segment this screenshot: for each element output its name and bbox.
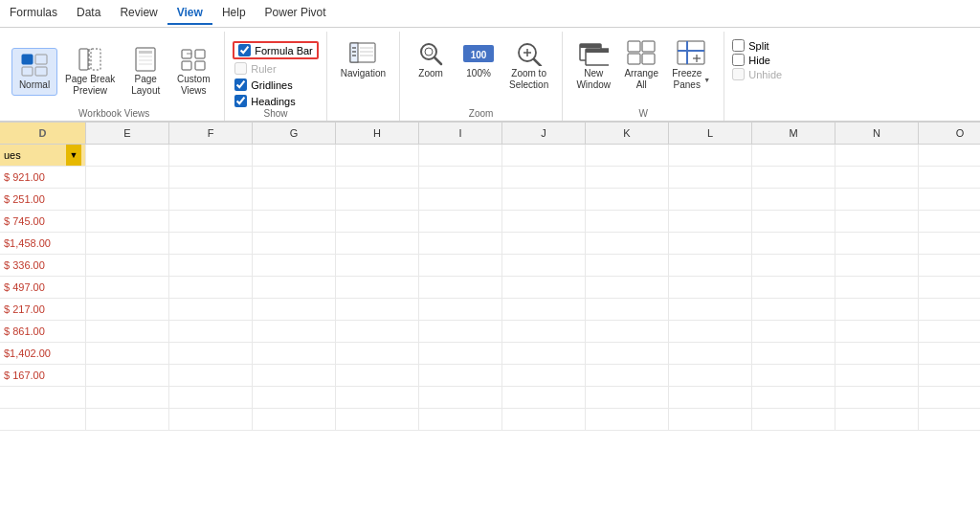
- list-item[interactable]: [336, 167, 419, 188]
- menu-data[interactable]: Data: [67, 2, 110, 25]
- list-item[interactable]: [336, 211, 419, 232]
- list-item[interactable]: [502, 343, 586, 364]
- list-item[interactable]: [919, 211, 980, 232]
- zoom-button[interactable]: Zoom: [408, 35, 454, 83]
- list-item[interactable]: [419, 233, 502, 254]
- list-item[interactable]: [752, 343, 835, 364]
- list-item[interactable]: [86, 387, 169, 408]
- list-item[interactable]: [169, 343, 253, 364]
- list-item[interactable]: [86, 167, 169, 188]
- list-item[interactable]: $ 861.00: [0, 321, 86, 342]
- list-item[interactable]: [86, 277, 169, 298]
- list-item[interactable]: [336, 233, 419, 254]
- list-item[interactable]: [919, 365, 980, 386]
- list-item[interactable]: [419, 387, 502, 408]
- list-item[interactable]: [0, 409, 86, 430]
- list-item[interactable]: [502, 255, 586, 276]
- list-item[interactable]: [86, 233, 169, 254]
- list-item[interactable]: [169, 299, 253, 320]
- freeze-panes-button[interactable]: Freeze Panes ▼: [666, 35, 716, 95]
- list-item[interactable]: [919, 343, 980, 364]
- list-item[interactable]: [669, 299, 752, 320]
- list-item[interactable]: [86, 189, 169, 210]
- list-item[interactable]: [502, 321, 586, 342]
- list-item[interactable]: [86, 409, 169, 430]
- list-item[interactable]: [502, 211, 586, 232]
- list-item[interactable]: [586, 299, 669, 320]
- list-item[interactable]: [419, 299, 502, 320]
- ruler-item[interactable]: Ruler: [233, 61, 319, 76]
- list-item[interactable]: [253, 211, 336, 232]
- list-item[interactable]: [919, 299, 980, 320]
- list-item[interactable]: [586, 321, 669, 342]
- list-item[interactable]: [253, 409, 336, 430]
- list-item[interactable]: [336, 365, 419, 386]
- list-item[interactable]: [336, 343, 419, 364]
- list-item[interactable]: [752, 365, 835, 386]
- hide-item[interactable]: Hide: [732, 54, 770, 66]
- menu-formulas[interactable]: Formulas: [0, 2, 67, 25]
- menu-power-pivot[interactable]: Power Pivot: [256, 2, 336, 25]
- list-item[interactable]: [586, 167, 669, 188]
- list-item[interactable]: [669, 255, 752, 276]
- list-item[interactable]: [86, 321, 169, 342]
- list-item[interactable]: [586, 387, 669, 408]
- filter-o[interactable]: [919, 145, 980, 166]
- list-item[interactable]: $ 336.00: [0, 255, 86, 276]
- zoom-selection-button[interactable]: Zoom to Selection: [503, 35, 554, 95]
- list-item[interactable]: [752, 277, 835, 298]
- list-item[interactable]: [919, 321, 980, 342]
- list-item[interactable]: [419, 167, 502, 188]
- zoom-100-button[interactable]: 100 100%: [456, 35, 501, 83]
- list-item[interactable]: $1,458.00: [0, 233, 86, 254]
- list-item[interactable]: [169, 387, 253, 408]
- ruler-checkbox[interactable]: [234, 62, 247, 75]
- headings-item[interactable]: Headings: [233, 94, 319, 108]
- list-item[interactable]: [835, 167, 919, 188]
- list-item[interactable]: [669, 343, 752, 364]
- filter-l[interactable]: [669, 145, 752, 166]
- list-item[interactable]: [919, 409, 980, 430]
- list-item[interactable]: [835, 387, 919, 408]
- list-item[interactable]: [419, 321, 502, 342]
- dropdown-arrow[interactable]: ▼: [66, 145, 81, 166]
- hide-checkbox[interactable]: [732, 54, 745, 66]
- list-item[interactable]: [502, 277, 586, 298]
- list-item[interactable]: [502, 409, 586, 430]
- list-item[interactable]: [253, 299, 336, 320]
- list-item[interactable]: [752, 167, 835, 188]
- gridlines-checkbox[interactable]: [234, 78, 247, 91]
- new-window-button[interactable]: New Window: [570, 35, 616, 95]
- list-item[interactable]: [502, 365, 586, 386]
- list-item[interactable]: [253, 365, 336, 386]
- list-item[interactable]: $ 251.00: [0, 189, 86, 210]
- list-item[interactable]: [586, 277, 669, 298]
- formula-bar-item[interactable]: Formula Bar: [233, 41, 319, 59]
- list-item[interactable]: [586, 409, 669, 430]
- list-item[interactable]: [419, 343, 502, 364]
- list-item[interactable]: [835, 365, 919, 386]
- list-item[interactable]: [169, 277, 253, 298]
- list-item[interactable]: [586, 365, 669, 386]
- list-item[interactable]: [919, 277, 980, 298]
- list-item[interactable]: [669, 277, 752, 298]
- list-item[interactable]: [419, 365, 502, 386]
- list-item[interactable]: [835, 189, 919, 210]
- list-item[interactable]: [419, 255, 502, 276]
- list-item[interactable]: [835, 321, 919, 342]
- list-item[interactable]: [752, 321, 835, 342]
- list-item[interactable]: $ 921.00: [0, 167, 86, 188]
- gridlines-item[interactable]: Gridlines: [233, 78, 319, 92]
- normal-button[interactable]: Normal: [11, 48, 57, 96]
- list-item[interactable]: [669, 365, 752, 386]
- filter-n[interactable]: [835, 145, 919, 166]
- list-item[interactable]: [919, 233, 980, 254]
- headings-checkbox[interactable]: [234, 95, 247, 107]
- filter-h[interactable]: [336, 145, 419, 166]
- menu-help[interactable]: Help: [212, 2, 256, 25]
- navigation-button[interactable]: Navigation: [335, 35, 391, 83]
- list-item[interactable]: [253, 189, 336, 210]
- list-item[interactable]: [752, 409, 835, 430]
- filter-e[interactable]: [86, 145, 169, 166]
- list-item[interactable]: [169, 167, 253, 188]
